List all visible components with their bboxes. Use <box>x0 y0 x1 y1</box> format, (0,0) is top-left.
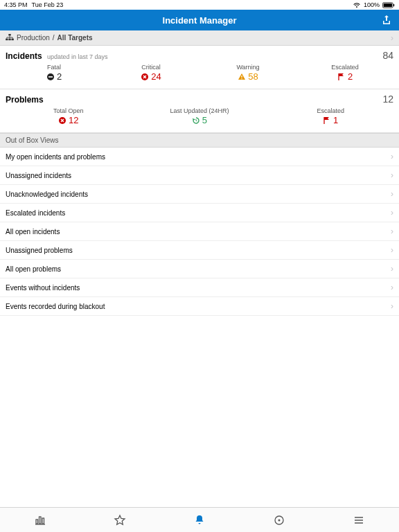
status-time: 4:35 PM <box>4 1 28 8</box>
tab-targets[interactable] <box>240 508 319 532</box>
chevron-right-icon: › <box>391 264 393 274</box>
svg-point-17 <box>278 519 281 521</box>
svg-rect-11 <box>242 78 242 79</box>
incidents-subtitle: updated in last 7 days <box>47 53 108 60</box>
svg-rect-4 <box>6 38 8 40</box>
wifi-icon <box>353 2 361 8</box>
svg-rect-15 <box>42 518 44 524</box>
incidents-total: 84 <box>382 50 393 61</box>
breadcrumb-current: All Targets <box>57 34 93 42</box>
battery-percent: 100% <box>364 1 380 8</box>
stat-escalated[interactable]: Escalated 2 <box>321 64 369 82</box>
stat-problems-escalated[interactable]: Escalated 1 <box>306 107 355 125</box>
status-bar: 4:35 PM Tue Feb 23 100% <box>0 0 399 10</box>
x-circle-icon <box>141 73 149 81</box>
list-item[interactable]: Unassigned problems › <box>0 241 399 260</box>
stat-total-open[interactable]: Total Open 12 <box>44 107 93 125</box>
svg-rect-5 <box>8 38 10 40</box>
chevron-right-icon: › <box>391 301 393 311</box>
minus-circle-icon <box>46 73 55 81</box>
chevron-right-icon: › <box>391 208 393 218</box>
nav-bar: Incident Manager <box>0 10 399 30</box>
list-item[interactable]: Unacknowledged incidents › <box>0 185 399 204</box>
list-item[interactable]: Events without incidents › <box>0 278 399 297</box>
stat-last-updated[interactable]: Last Updated (24HR) 5 <box>170 107 229 125</box>
list-item[interactable]: Unassigned incidents › <box>0 166 399 185</box>
breadcrumb-sep: / <box>53 34 55 42</box>
stat-warning[interactable]: Warning 58 <box>224 64 272 82</box>
list-item-label: Unacknowledged incidents <box>6 190 88 198</box>
list-item-label: Escalated incidents <box>6 209 65 217</box>
breadcrumb-parent: Production <box>17 34 50 42</box>
content-spacer <box>0 316 399 507</box>
tab-alerts[interactable] <box>159 508 239 532</box>
chevron-right-icon: › <box>391 152 393 161</box>
svg-rect-6 <box>12 38 14 40</box>
breadcrumb[interactable]: Production / All Targets › <box>0 30 399 46</box>
list-item[interactable]: My open incidents and problems › <box>0 148 399 166</box>
svg-rect-3 <box>8 34 10 36</box>
svg-rect-2 <box>393 3 394 6</box>
history-icon <box>192 116 200 125</box>
list-item[interactable]: Escalated incidents › <box>0 204 399 222</box>
stat-fatal[interactable]: Fatal 2 <box>30 64 78 82</box>
flag-icon <box>337 73 346 81</box>
page-title: Incident Manager <box>163 15 237 26</box>
list-item[interactable]: All open problems › <box>0 260 399 278</box>
list-item-label: Unassigned problems <box>6 247 73 254</box>
svg-rect-10 <box>242 76 242 78</box>
tab-bar <box>0 507 399 532</box>
tab-favorites[interactable] <box>80 508 159 532</box>
svg-rect-13 <box>36 520 38 524</box>
battery-icon <box>382 2 395 8</box>
problems-total: 12 <box>382 94 393 105</box>
list-item-label: All open problems <box>6 265 61 273</box>
list-item-label: Events without incidents <box>6 284 80 292</box>
hierarchy-icon <box>6 34 14 42</box>
views-group-header: Out of Box Views <box>0 133 399 148</box>
svg-rect-8 <box>48 76 53 78</box>
incidents-section: Incidents updated in last 7 days 84 Fata… <box>0 46 399 89</box>
list-item-label: Events recorded during blackout <box>6 303 105 310</box>
chevron-right-icon: › <box>391 170 393 180</box>
problems-section: Problems 12 Total Open 12 Last Updated (… <box>0 89 399 133</box>
status-date: Tue Feb 23 <box>32 1 64 8</box>
problems-title: Problems <box>6 95 44 105</box>
svg-rect-14 <box>39 517 41 524</box>
chevron-right-icon: › <box>391 33 393 43</box>
x-circle-icon <box>58 116 66 125</box>
chevron-right-icon: › <box>391 189 393 199</box>
list-item[interactable]: Events recorded during blackout › <box>0 297 399 316</box>
list-item-label: My open incidents and problems <box>6 153 105 161</box>
svg-rect-1 <box>384 3 392 7</box>
chevron-right-icon: › <box>391 283 393 292</box>
chevron-right-icon: › <box>391 245 393 255</box>
list-item-label: All open incidents <box>6 228 60 236</box>
stat-critical[interactable]: Critical 24 <box>127 64 175 82</box>
warning-icon <box>238 73 246 81</box>
list-item[interactable]: All open incidents › <box>0 222 399 241</box>
tab-menu[interactable] <box>319 508 399 532</box>
chevron-right-icon: › <box>391 227 393 236</box>
list-item-label: Unassigned incidents <box>6 172 71 179</box>
share-button[interactable] <box>381 10 392 30</box>
incidents-title: Incidents <box>6 51 42 61</box>
flag-icon <box>323 116 331 125</box>
tab-analytics[interactable] <box>0 508 80 532</box>
